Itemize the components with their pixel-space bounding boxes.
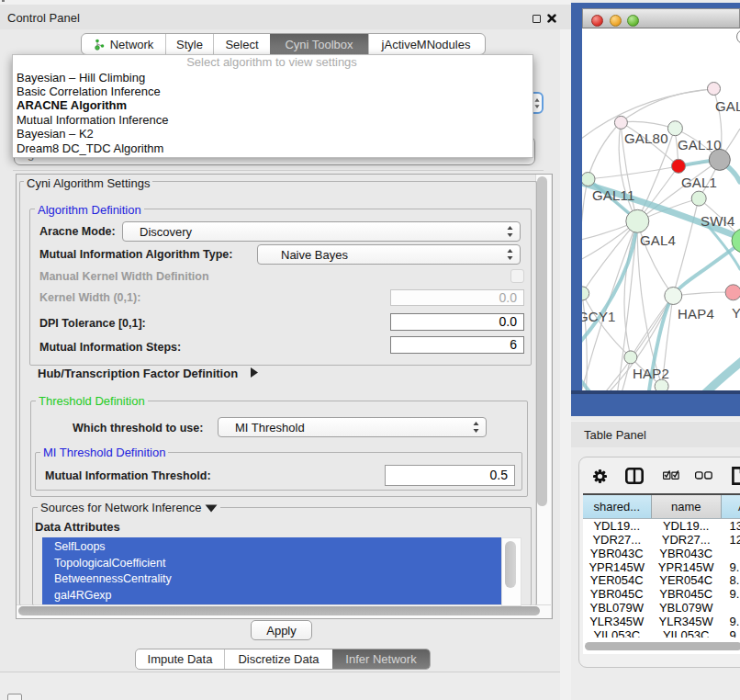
- svg-text:GAL1: GAL1: [681, 175, 717, 190]
- svg-text:SWI4: SWI4: [701, 213, 734, 229]
- svg-text:GAL80: GAL80: [624, 130, 668, 146]
- svg-text:HAP4: HAP4: [678, 306, 714, 322]
- svg-text:GAL10: GAL10: [678, 137, 722, 152]
- svg-text:GAL4: GAL4: [640, 232, 676, 248]
- svg-text:GAL2: GAL2: [715, 98, 740, 114]
- svg-text:HAP2: HAP2: [633, 366, 669, 381]
- svg-text:GCY1: GCY1: [582, 309, 616, 324]
- svg-text:GAL11: GAL11: [592, 187, 635, 203]
- svg-text:YD: YD: [732, 305, 740, 321]
